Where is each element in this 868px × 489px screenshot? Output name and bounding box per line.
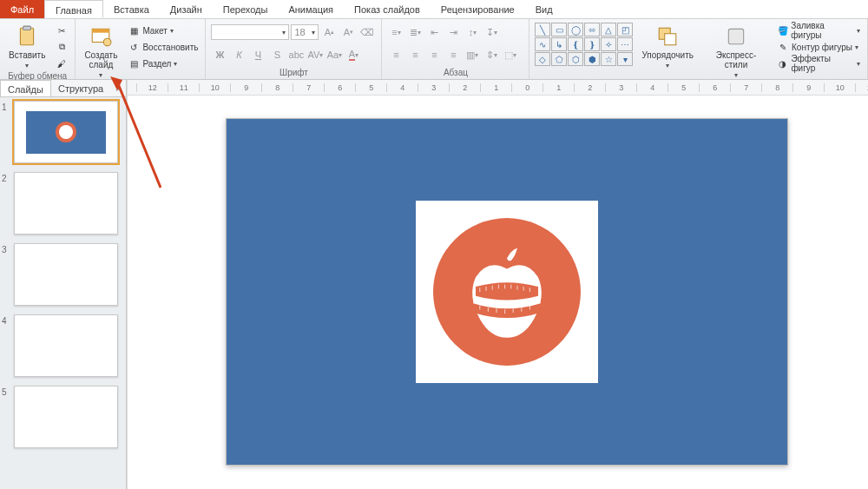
thumbnail-row[interactable]: 2 bbox=[2, 172, 124, 235]
thumbnail[interactable] bbox=[14, 101, 118, 163]
thumbnail-row[interactable]: 4 bbox=[2, 314, 124, 377]
tab-review[interactable]: Рецензирование bbox=[431, 0, 525, 18]
shrink-font-button[interactable]: A▾ bbox=[339, 24, 357, 40]
tab-insert[interactable]: Вставка bbox=[103, 0, 160, 18]
thumbnail[interactable] bbox=[14, 172, 118, 235]
thumbnail-number: 4 bbox=[2, 314, 10, 326]
thumbnail[interactable] bbox=[14, 243, 118, 306]
shape-connector-icon[interactable]: ↳ bbox=[551, 37, 567, 51]
smartart-button[interactable]: ⬚▾ bbox=[502, 47, 519, 63]
shape-more-icon[interactable]: ⋯ bbox=[617, 37, 633, 51]
ruler-tick: 8 bbox=[261, 83, 293, 92]
shapes-gallery[interactable]: ╲ ▭ ◯ ⬄ △ ◰ ∿ ↳ ❴ ❵ ✧ ⋯ ◇ ⬠ ⬡ ⬢ ☆ ▾ bbox=[535, 23, 633, 66]
align-vert-button[interactable]: ⇕▾ bbox=[483, 47, 500, 63]
bullets-button[interactable]: ≡▾ bbox=[387, 24, 404, 40]
reset-icon: ↺ bbox=[128, 41, 140, 53]
shape-arrow-icon[interactable]: ⬄ bbox=[584, 23, 600, 36]
shape-curve-icon[interactable]: ∿ bbox=[535, 37, 550, 51]
thumbnail-number: 3 bbox=[2, 243, 10, 254]
line-spacing-button[interactable]: ↕▾ bbox=[464, 24, 481, 40]
numbering-button[interactable]: ≣▾ bbox=[406, 24, 424, 40]
tab-file[interactable]: Файл bbox=[0, 0, 44, 18]
canvas-area[interactable] bbox=[128, 96, 868, 489]
ruler-tick: 11 bbox=[168, 83, 199, 92]
shape-oval-icon[interactable]: ◯ bbox=[568, 23, 583, 36]
tab-design[interactable]: Дизайн bbox=[160, 0, 213, 18]
slide-canvas[interactable] bbox=[226, 118, 788, 466]
underline-button[interactable]: Ч bbox=[249, 47, 266, 63]
font-size-combo[interactable]: 18▾ bbox=[291, 24, 319, 40]
thumbnail-row[interactable]: 1 bbox=[2, 101, 124, 163]
shape-r1-icon[interactable]: ◇ bbox=[535, 52, 550, 66]
shape-brace2-icon[interactable]: ❵ bbox=[584, 37, 600, 51]
layout-button[interactable]: ▦Макет▾ bbox=[126, 23, 200, 38]
bold-button[interactable]: Ж bbox=[211, 47, 228, 63]
arrange-button[interactable]: Упорядочить ▾ bbox=[638, 23, 697, 71]
clear-format-button[interactable]: ⌫ bbox=[358, 24, 376, 40]
shape-r2-icon[interactable]: ⬠ bbox=[551, 52, 567, 66]
inserted-image[interactable] bbox=[416, 201, 598, 383]
mini-apple-icon bbox=[56, 122, 76, 142]
shape-rect-icon[interactable]: ▭ bbox=[551, 23, 567, 36]
format-painter-button[interactable]: 🖌 bbox=[54, 56, 69, 71]
shape-outline-button[interactable]: ✎Контур фигуры▾ bbox=[775, 39, 862, 55]
tab-transitions[interactable]: Переходы bbox=[213, 0, 279, 18]
grow-font-button[interactable]: A▴ bbox=[320, 24, 338, 40]
shape-scroll-icon[interactable]: ▾ bbox=[617, 52, 633, 66]
outline-icon: ✎ bbox=[777, 41, 789, 53]
thumbnail-row[interactable]: 5 bbox=[2, 386, 124, 448]
shape-r5-icon[interactable]: ☆ bbox=[601, 52, 616, 66]
thumbnail[interactable] bbox=[14, 386, 118, 448]
tab-slideshow[interactable]: Показ слайдов bbox=[344, 0, 431, 18]
new-slide-button[interactable]: Создать слайд ▾ bbox=[81, 23, 121, 81]
cut-button[interactable]: ✂ bbox=[54, 23, 69, 38]
tab-slides-panel[interactable]: Слайды bbox=[0, 80, 51, 96]
shadow-button[interactable]: abc bbox=[287, 47, 305, 63]
font-family-combo[interactable]: ▾ bbox=[211, 24, 289, 40]
new-slide-label: Создать слайд bbox=[84, 50, 117, 69]
copy-button[interactable]: ⧉ bbox=[54, 39, 69, 55]
tab-animation[interactable]: Анимация bbox=[278, 0, 344, 18]
font-color-button[interactable]: A▾ bbox=[345, 47, 362, 63]
align-left-button[interactable]: ≡ bbox=[387, 47, 404, 63]
shape-line-icon[interactable]: ╲ bbox=[535, 23, 550, 36]
ruler-tick: 4 bbox=[386, 83, 418, 92]
justify-button[interactable]: ≡ bbox=[444, 47, 462, 63]
shape-effects-button[interactable]: ◑Эффекты фигур▾ bbox=[775, 56, 862, 71]
thumbnail-list[interactable]: 12345 bbox=[0, 97, 126, 489]
shape-r4-icon[interactable]: ⬢ bbox=[584, 52, 600, 66]
inc-indent-button[interactable]: ⇥ bbox=[444, 24, 462, 40]
ruler-tick: 3 bbox=[605, 83, 636, 92]
case-button[interactable]: Aa▾ bbox=[326, 47, 343, 63]
close-panel-button[interactable]: × bbox=[110, 80, 126, 96]
section-button[interactable]: ▤Раздел▾ bbox=[126, 56, 200, 71]
chevron-down-icon: ▾ bbox=[666, 62, 669, 69]
thumbnail-row[interactable]: 3 bbox=[2, 243, 124, 306]
tab-view[interactable]: Вид bbox=[525, 0, 563, 18]
quick-styles-button[interactable]: Экспресс-стили ▾ bbox=[702, 23, 770, 81]
align-center-button[interactable]: ≡ bbox=[406, 47, 424, 63]
text-direction-button[interactable]: ↧▾ bbox=[483, 24, 500, 40]
align-right-button[interactable]: ≡ bbox=[425, 47, 443, 63]
tab-home[interactable]: Главная bbox=[44, 0, 103, 18]
strike-button[interactable]: S bbox=[268, 47, 286, 63]
paste-button[interactable]: Вставить ▾ bbox=[5, 23, 49, 71]
ruler-tick: 7 bbox=[730, 83, 761, 92]
italic-button[interactable]: К bbox=[230, 47, 247, 63]
shape-fill-button[interactable]: 🪣Заливка фигуры▾ bbox=[775, 23, 862, 38]
reset-button[interactable]: ↺Восстановить bbox=[126, 39, 200, 55]
shape-r3-icon[interactable]: ⬡ bbox=[568, 52, 583, 66]
group-clipboard: Вставить ▾ ✂ ⧉ 🖌 Буфер обмена bbox=[0, 19, 76, 79]
shape-star-icon[interactable]: ✧ bbox=[601, 37, 616, 51]
ruler-tick: 2 bbox=[574, 83, 605, 92]
dec-indent-button[interactable]: ⇤ bbox=[425, 24, 443, 40]
tab-outline-panel[interactable]: Структура bbox=[51, 80, 110, 96]
shape-lrect-icon[interactable]: ◰ bbox=[617, 23, 633, 36]
horizontal-ruler: 12111098765432101234567891011 bbox=[128, 80, 868, 96]
shape-triangle-icon[interactable]: △ bbox=[601, 23, 616, 36]
spacing-button[interactable]: AV▾ bbox=[306, 47, 324, 63]
shape-brace-icon[interactable]: ❴ bbox=[568, 37, 583, 51]
thumbnail[interactable] bbox=[14, 314, 118, 377]
columns-button[interactable]: ▥▾ bbox=[464, 47, 481, 63]
fill-icon: 🪣 bbox=[777, 24, 788, 36]
